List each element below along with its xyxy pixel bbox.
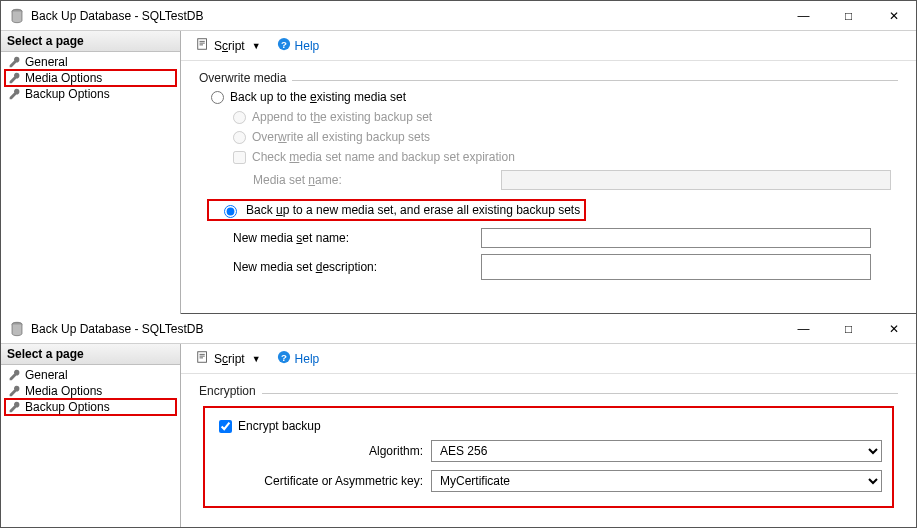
help-button[interactable]: ? Help bbox=[277, 37, 320, 54]
radio-new-input[interactable] bbox=[224, 205, 237, 218]
main-panel: Script ▼ ? Help Overwrite media Back up … bbox=[181, 31, 916, 314]
wrench-icon bbox=[7, 400, 21, 414]
wrench-icon bbox=[7, 384, 21, 398]
radio-overwrite-all-label: Overwrite all existing backup sets bbox=[252, 130, 430, 144]
sidebar-item-label: Backup Options bbox=[25, 400, 110, 414]
wrench-icon bbox=[7, 87, 21, 101]
sidebar-item-label: Media Options bbox=[25, 71, 102, 85]
sidebar-item-backup-options[interactable]: Backup Options bbox=[5, 399, 176, 415]
encryption-legend: Encryption bbox=[199, 384, 898, 400]
radio-existing-media-set[interactable]: Back up to the existing media set bbox=[199, 87, 898, 107]
close-button[interactable]: ✕ bbox=[871, 314, 916, 343]
algorithm-label: Algorithm: bbox=[243, 444, 423, 458]
titlebar: Back Up Database - SQLTestDB — □ ✕ bbox=[1, 314, 916, 344]
window-title: Back Up Database - SQLTestDB bbox=[31, 322, 204, 336]
toolbar: Script ▼ ? Help bbox=[181, 31, 916, 61]
help-button[interactable]: ? Help bbox=[277, 350, 320, 367]
svg-rect-5 bbox=[198, 352, 207, 363]
wrench-icon bbox=[7, 368, 21, 382]
wrench-icon bbox=[7, 71, 21, 85]
chevron-down-icon: ▼ bbox=[249, 354, 264, 364]
sidebar-header: Select a page bbox=[1, 344, 180, 365]
check-media-input bbox=[233, 151, 246, 164]
overwrite-media-legend: Overwrite media bbox=[199, 71, 898, 87]
chevron-down-icon: ▼ bbox=[249, 41, 264, 51]
sidebar-item-label: General bbox=[25, 55, 68, 69]
new-media-desc-row: New media set description: bbox=[199, 251, 898, 283]
svg-rect-1 bbox=[198, 39, 207, 50]
encrypt-backup-label: Encrypt backup bbox=[238, 419, 321, 433]
encrypt-backup-check[interactable]: Encrypt backup bbox=[215, 416, 882, 436]
script-button[interactable]: Script ▼ bbox=[189, 347, 271, 370]
titlebar: Back Up Database - SQLTestDB — □ ✕ bbox=[1, 1, 916, 31]
media-set-name-input bbox=[501, 170, 891, 190]
radio-new-media-set[interactable]: Back up to a new media set, and erase al… bbox=[207, 199, 586, 221]
sidebar: Select a page General Media Options Back… bbox=[1, 344, 181, 527]
sidebar-item-backup-options[interactable]: Backup Options bbox=[5, 86, 176, 102]
script-label: Script bbox=[214, 352, 245, 366]
minimize-button[interactable]: — bbox=[781, 1, 826, 30]
help-icon: ? bbox=[277, 37, 291, 54]
media-set-name-row: Media set name: bbox=[199, 167, 898, 193]
maximize-button[interactable]: □ bbox=[826, 1, 871, 30]
main-panel: Script ▼ ? Help Encryption Encrypt backu… bbox=[181, 344, 916, 527]
sidebar-item-media-options[interactable]: Media Options bbox=[5, 383, 176, 399]
svg-text:?: ? bbox=[281, 39, 287, 50]
script-icon bbox=[196, 350, 210, 367]
radio-append-input bbox=[233, 111, 246, 124]
radio-append: Append to the existing backup set bbox=[199, 107, 898, 127]
minimize-button[interactable]: — bbox=[781, 314, 826, 343]
help-icon: ? bbox=[277, 350, 291, 367]
script-button[interactable]: Script ▼ bbox=[189, 34, 271, 57]
maximize-button[interactable]: □ bbox=[826, 314, 871, 343]
encrypt-backup-input[interactable] bbox=[219, 420, 232, 433]
radio-overwrite-all-input bbox=[233, 131, 246, 144]
radio-new-label: Back up to a new media set, and erase al… bbox=[246, 203, 580, 217]
check-media-expiration: Check media set name and backup set expi… bbox=[199, 147, 898, 167]
certificate-row: Certificate or Asymmetric key: MyCertifi… bbox=[215, 466, 882, 496]
algorithm-select[interactable]: AES 256 bbox=[431, 440, 882, 462]
sidebar-item-label: General bbox=[25, 368, 68, 382]
encryption-group: Encrypt backup Algorithm: AES 256 Certif… bbox=[203, 406, 894, 508]
database-icon bbox=[9, 321, 25, 337]
sidebar-item-media-options[interactable]: Media Options bbox=[5, 70, 176, 86]
new-media-desc-label: New media set description: bbox=[233, 260, 473, 274]
new-media-name-row: New media set name: bbox=[199, 225, 898, 251]
radio-append-label: Append to the existing backup set bbox=[252, 110, 432, 124]
script-icon bbox=[196, 37, 210, 54]
check-media-label: Check media set name and backup set expi… bbox=[252, 150, 515, 164]
sidebar-item-general[interactable]: General bbox=[5, 54, 176, 70]
window-media-options: Back Up Database - SQLTestDB — □ ✕ Selec… bbox=[0, 0, 917, 314]
help-label: Help bbox=[295, 39, 320, 53]
sidebar-item-general[interactable]: General bbox=[5, 367, 176, 383]
wrench-icon bbox=[7, 55, 21, 69]
media-set-name-label: Media set name: bbox=[253, 173, 493, 187]
svg-text:?: ? bbox=[281, 352, 287, 363]
radio-existing-input[interactable] bbox=[211, 91, 224, 104]
window-backup-options: Back Up Database - SQLTestDB — □ ✕ Selec… bbox=[0, 314, 917, 528]
new-media-name-input[interactable] bbox=[481, 228, 871, 248]
sidebar-item-label: Media Options bbox=[25, 384, 102, 398]
certificate-select[interactable]: MyCertificate bbox=[431, 470, 882, 492]
radio-overwrite-all: Overwrite all existing backup sets bbox=[199, 127, 898, 147]
toolbar: Script ▼ ? Help bbox=[181, 344, 916, 374]
algorithm-row: Algorithm: AES 256 bbox=[215, 436, 882, 466]
sidebar-item-label: Backup Options bbox=[25, 87, 110, 101]
script-label: Script bbox=[214, 39, 245, 53]
help-label: Help bbox=[295, 352, 320, 366]
certificate-label: Certificate or Asymmetric key: bbox=[243, 474, 423, 488]
radio-existing-label: Back up to the existing media set bbox=[230, 90, 406, 104]
sidebar-header: Select a page bbox=[1, 31, 180, 52]
sidebar: Select a page General Media Options Back… bbox=[1, 31, 181, 314]
database-icon bbox=[9, 8, 25, 24]
window-title: Back Up Database - SQLTestDB bbox=[31, 9, 204, 23]
close-button[interactable]: ✕ bbox=[871, 1, 916, 30]
new-media-name-label: New media set name: bbox=[233, 231, 473, 245]
new-media-desc-input[interactable] bbox=[481, 254, 871, 280]
